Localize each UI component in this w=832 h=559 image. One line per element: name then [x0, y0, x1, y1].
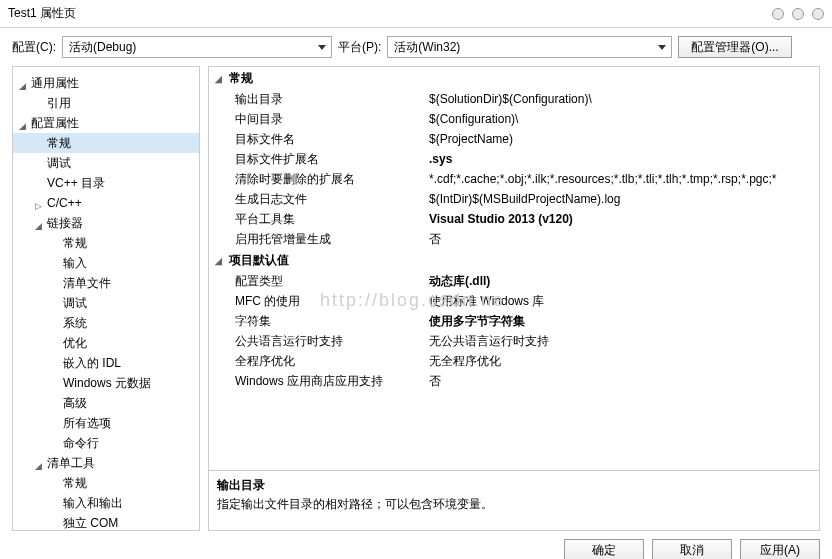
tree-spacer	[51, 318, 61, 328]
property-key: Windows 应用商店应用支持	[209, 373, 429, 390]
property-key: 字符集	[209, 313, 429, 330]
tree-spacer	[51, 278, 61, 288]
tree-item[interactable]: 常规	[13, 473, 199, 493]
tree-item-label: 常规	[63, 475, 87, 492]
property-value[interactable]: 动态库(.dll)	[429, 273, 819, 290]
property-row[interactable]: 目标文件名$(ProjectName)	[209, 129, 819, 149]
property-row[interactable]: Windows 应用商店应用支持否	[209, 371, 819, 391]
nav-tree[interactable]: 通用属性引用配置属性常规调试VC++ 目录C/C++链接器常规输入清单文件调试系…	[12, 66, 200, 531]
tree-spacer	[51, 338, 61, 348]
property-value[interactable]: 否	[429, 373, 819, 390]
toolbar: 配置(C): 活动(Debug) 平台(P): 活动(Win32) 配置管理器(…	[0, 28, 832, 66]
property-key: 平台工具集	[209, 211, 429, 228]
property-value[interactable]: $(Configuration)\	[429, 112, 819, 126]
property-group-header[interactable]: 项目默认值	[209, 249, 819, 271]
tree-item[interactable]: 独立 COM	[13, 513, 199, 531]
tree-item-label: C/C++	[47, 196, 82, 210]
close-icon[interactable]	[812, 8, 824, 20]
tree-spacer	[35, 138, 45, 148]
property-row[interactable]: 公共语言运行时支持无公共语言运行时支持	[209, 331, 819, 351]
property-key: 生成日志文件	[209, 191, 429, 208]
property-row[interactable]: 字符集使用多字节字符集	[209, 311, 819, 331]
tree-item[interactable]: 系统	[13, 313, 199, 333]
property-value[interactable]: $(IntDir)$(MSBuildProjectName).log	[429, 192, 819, 206]
tree-item[interactable]: 命令行	[13, 433, 199, 453]
apply-button[interactable]: 应用(A)	[740, 539, 820, 559]
tree-item[interactable]: C/C++	[13, 193, 199, 213]
tree-item[interactable]: 常规	[13, 133, 199, 153]
tree-item[interactable]: 引用	[13, 93, 199, 113]
tree-item-label: 命令行	[63, 435, 99, 452]
tree-item[interactable]: 配置属性	[13, 113, 199, 133]
property-row[interactable]: 全程序优化无全程序优化	[209, 351, 819, 371]
property-row[interactable]: 生成日志文件$(IntDir)$(MSBuildProjectName).log	[209, 189, 819, 209]
tree-spacer	[51, 438, 61, 448]
tree-item[interactable]: 清单工具	[13, 453, 199, 473]
property-row[interactable]: MFC 的使用使用标准 Windows 库	[209, 291, 819, 311]
property-value[interactable]: 使用标准 Windows 库	[429, 293, 819, 310]
tree-item[interactable]: 调试	[13, 153, 199, 173]
property-key: 中间目录	[209, 111, 429, 128]
tree-item[interactable]: 调试	[13, 293, 199, 313]
maximize-icon[interactable]	[792, 8, 804, 20]
tree-item[interactable]: 通用属性	[13, 73, 199, 93]
footer: 确定 取消 应用(A)	[0, 531, 832, 559]
chevron-down-icon[interactable]	[19, 78, 29, 88]
tree-item-label: 常规	[47, 135, 71, 152]
tree-item[interactable]: 高级	[13, 393, 199, 413]
group-title: 常规	[229, 70, 253, 87]
property-row[interactable]: 启用托管增量生成否	[209, 229, 819, 249]
tree-item[interactable]: 链接器	[13, 213, 199, 233]
tree-item[interactable]: 嵌入的 IDL	[13, 353, 199, 373]
tree-item-label: 引用	[47, 95, 71, 112]
platform-combo[interactable]: 活动(Win32)	[387, 36, 672, 58]
property-row[interactable]: 平台工具集Visual Studio 2013 (v120)	[209, 209, 819, 229]
property-value[interactable]: 无公共语言运行时支持	[429, 333, 819, 350]
property-key: 全程序优化	[209, 353, 429, 370]
minimize-icon[interactable]	[772, 8, 784, 20]
property-row[interactable]: 目标文件扩展名.sys	[209, 149, 819, 169]
group-title: 项目默认值	[229, 252, 289, 269]
tree-spacer	[51, 238, 61, 248]
ok-button[interactable]: 确定	[564, 539, 644, 559]
tree-item-label: 优化	[63, 335, 87, 352]
config-label: 配置(C):	[12, 39, 56, 56]
property-key: 清除时要删除的扩展名	[209, 171, 429, 188]
tree-item[interactable]: 输入和输出	[13, 493, 199, 513]
property-row[interactable]: 输出目录$(SolutionDir)$(Configuration)\	[209, 89, 819, 109]
property-group-header[interactable]: 常规	[209, 67, 819, 89]
tree-item[interactable]: Windows 元数据	[13, 373, 199, 393]
property-value[interactable]: $(ProjectName)	[429, 132, 819, 146]
chevron-down-icon[interactable]	[35, 458, 45, 468]
tree-item[interactable]: 输入	[13, 253, 199, 273]
property-row[interactable]: 清除时要删除的扩展名*.cdf;*.cache;*.obj;*.ilk;*.re…	[209, 169, 819, 189]
tree-item[interactable]: 常规	[13, 233, 199, 253]
config-manager-button[interactable]: 配置管理器(O)...	[678, 36, 791, 58]
chevron-down-icon[interactable]	[215, 253, 225, 267]
property-key: 输出目录	[209, 91, 429, 108]
property-grid[interactable]: http://blog.csdn.ne 常规输出目录$(SolutionDir)…	[208, 66, 820, 471]
property-value[interactable]: *.cdf;*.cache;*.obj;*.ilk;*.resources;*.…	[429, 172, 819, 186]
tree-item-label: Windows 元数据	[63, 375, 151, 392]
chevron-down-icon[interactable]	[215, 71, 225, 85]
property-row[interactable]: 中间目录$(Configuration)\	[209, 109, 819, 129]
config-combo[interactable]: 活动(Debug)	[62, 36, 332, 58]
tree-item[interactable]: 所有选项	[13, 413, 199, 433]
tree-item[interactable]: 优化	[13, 333, 199, 353]
chevron-down-icon[interactable]	[19, 118, 29, 128]
chevron-down-icon[interactable]	[35, 218, 45, 228]
tree-item[interactable]: 清单文件	[13, 273, 199, 293]
property-value[interactable]: Visual Studio 2013 (v120)	[429, 212, 819, 226]
property-row[interactable]: 配置类型动态库(.dll)	[209, 271, 819, 291]
property-value[interactable]: 使用多字节字符集	[429, 313, 819, 330]
property-value[interactable]: 否	[429, 231, 819, 248]
property-key: 公共语言运行时支持	[209, 333, 429, 350]
cancel-button[interactable]: 取消	[652, 539, 732, 559]
property-value[interactable]: 无全程序优化	[429, 353, 819, 370]
property-value[interactable]: .sys	[429, 152, 819, 166]
tree-item[interactable]: VC++ 目录	[13, 173, 199, 193]
property-value[interactable]: $(SolutionDir)$(Configuration)\	[429, 92, 819, 106]
tree-spacer	[51, 258, 61, 268]
window-controls	[772, 8, 824, 20]
chevron-right-icon[interactable]	[35, 198, 45, 208]
